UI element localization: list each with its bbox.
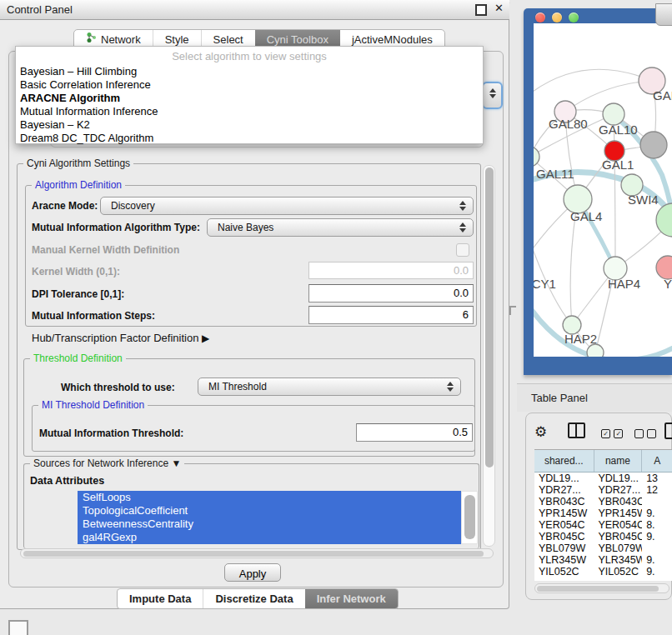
manual-kernel-label: Manual Kernel Width Definition	[32, 244, 179, 256]
node-table: shared...nameA YDL19...YDL19...13YDR27..…	[534, 449, 672, 581]
table-panel-title: Table Panel	[531, 392, 588, 404]
select-all-icon[interactable]: ✓ ✓	[601, 426, 623, 441]
algorithm-option-basic-correlation-inference[interactable]: Basic Correlation Inference	[16, 78, 483, 92]
table-row[interactable]: YER054CYER054C8.	[534, 519, 672, 531]
table-cell: YBL079W	[534, 542, 594, 554]
settings-hscrollbar-thumb[interactable]	[23, 551, 484, 557]
node-label-gal80: GAL80	[549, 117, 588, 131]
expand-right-icon[interactable]: ▶	[202, 332, 209, 344]
which-threshold-value: MI Threshold	[208, 381, 267, 392]
table-row[interactable]: YDL19...YDL19...13	[534, 472, 672, 484]
table-hscrollbar-thumb[interactable]	[537, 586, 659, 592]
collapse-down-icon[interactable]: ▼	[171, 458, 181, 469]
dropdown-items: Bayesian – Hill ClimbingBasic Correlatio…	[16, 65, 483, 145]
aracne-mode-label: Aracne Mode:	[32, 200, 98, 212]
node-label-swi4: SWI4	[628, 192, 659, 207]
network-node[interactable]	[587, 344, 604, 357]
minimized-panel-icon[interactable]	[8, 620, 28, 635]
attribute-gal4rgexp[interactable]: gal4RGexp	[78, 531, 461, 544]
file-icon[interactable]	[664, 422, 672, 439]
table-row[interactable]: YBL079WYBL079W	[534, 542, 672, 554]
table-row[interactable]: YBR045CYBR045C9.	[534, 531, 672, 542]
tab-infer-network[interactable]: Infer Network	[305, 589, 398, 608]
tab-label: Infer Network	[317, 589, 386, 608]
kernel-width-value: 0.0	[454, 264, 469, 277]
network-node[interactable]	[640, 132, 667, 158]
table-cell: YLR345W	[594, 554, 642, 566]
close-traffic-light[interactable]	[535, 12, 545, 22]
column-header-name[interactable]: name	[594, 450, 643, 472]
attributes-scrollbar[interactable]	[461, 491, 478, 544]
mi-steps-field[interactable]: 6	[308, 306, 474, 324]
manual-kernel-checkbox[interactable]	[456, 243, 469, 257]
attribute-selfloops[interactable]: SelfLoops	[78, 491, 461, 504]
table-cell: 9.	[642, 508, 672, 519]
float-window-icon[interactable]	[475, 4, 487, 16]
hub-definition-label: Hub/Transcription Factor Definition	[32, 332, 198, 344]
table-row[interactable]: YDR27...YDR27...12	[534, 484, 672, 496]
apply-button[interactable]: Apply	[224, 563, 281, 582]
screen: Control Panel ✕ NetworkStyleSelectCyni T…	[0, 0, 672, 635]
node-label-gal: GAL	[653, 88, 672, 102]
attributes-scrollbar-thumb[interactable]	[464, 495, 475, 539]
attribute-topologicalcoefficient[interactable]: TopologicalCoefficient	[78, 504, 461, 518]
table-row[interactable]: YBR043CYBR043C	[534, 496, 672, 508]
algorithm-option-bayesian-hill-climbing[interactable]: Bayesian – Hill Climbing	[16, 65, 483, 78]
node-label-gal11: GAL11	[536, 167, 574, 181]
column-header-a[interactable]: A	[642, 450, 672, 472]
table-cell: YBR045C	[534, 531, 594, 542]
close-icon[interactable]: ✕	[494, 2, 504, 14]
table-cell: 13	[642, 472, 672, 484]
attribute-betweennesscentrality[interactable]: BetweennessCentrality	[78, 518, 461, 531]
deselect-all-icon[interactable]	[634, 426, 656, 441]
mi-type-label: Mutual Information Algorithm Type:	[32, 222, 200, 233]
kernel-width-field[interactable]: 0.0	[308, 262, 474, 279]
which-threshold-combo[interactable]: MI Threshold	[198, 378, 461, 396]
aracne-mode-combo[interactable]: Discovery	[100, 197, 474, 215]
mi-threshold-label: Mutual Information Threshold:	[39, 428, 183, 439]
table-cell: YIL052C	[594, 566, 642, 578]
hub-definition-toggle[interactable]: Hub/Transcription Factor Definition ▶	[32, 332, 209, 344]
mi-threshold-field[interactable]: 0.5	[356, 423, 473, 442]
panel-splitter-handle[interactable]	[509, 306, 516, 315]
table-row[interactable]: YPR145WYPR145W9.	[534, 508, 672, 519]
minimize-traffic-light[interactable]	[552, 12, 562, 22]
network-node[interactable]	[656, 203, 672, 237]
network-node-gal11[interactable]	[534, 147, 539, 167]
network-canvas[interactable]: GALGAL80GAL10GAL1GAL11SWI4GAL4GCY1HAP4YH…	[534, 23, 672, 357]
table-body: YDL19...YDL19...13YDR27...YDR27...12YBR0…	[534, 472, 672, 578]
dpi-tolerance-field[interactable]: 0.0	[308, 284, 474, 302]
combo-arrows-icon	[459, 201, 467, 211]
settings-hscrollbar[interactable]	[20, 548, 494, 558]
network-edge	[534, 69, 652, 94]
node-label-hap4: HAP4	[608, 277, 640, 291]
split-columns-icon[interactable]	[568, 422, 585, 438]
algorithm-option-dream8-dc-tdc-algorithm[interactable]: Dream8 DC_TDC Algorithm	[16, 132, 483, 145]
table-cell: YBL079W	[594, 542, 642, 554]
mi-type-combo[interactable]: Naive Bayes	[207, 218, 474, 237]
settings-vscrollbar-thumb[interactable]	[485, 168, 494, 468]
gear-icon[interactable]: ⚙	[534, 423, 547, 441]
algorithm-option-aracne-algorithm[interactable]: ARACNE Algorithm	[16, 92, 483, 105]
zoom-traffic-light[interactable]	[569, 12, 579, 22]
settings-group-title: Cyni Algorithm Settings	[23, 158, 133, 169]
table-row[interactable]: YIL052CYIL052C9.	[534, 566, 672, 578]
network-node-y[interactable]	[656, 256, 672, 279]
settings-vscrollbar[interactable]	[483, 165, 495, 547]
aracne-mode-value: Discovery	[111, 200, 155, 212]
focused-combo-fragment[interactable]	[482, 82, 503, 109]
tab-label: Impute Data	[129, 589, 191, 608]
control-panel-titlebar: Control Panel ✕	[0, 0, 509, 20]
table-row[interactable]: YLR345WYLR345W9.	[534, 554, 672, 566]
algorithm-dropdown-popup: Select algorithm to view settings Bayesi…	[15, 46, 484, 144]
algorithm-definition-title: Algorithm Definition	[32, 179, 125, 191]
table-panel-window: ⚙ ✓ ✓ shared...nameA YDL19...YDL19...13Y…	[525, 412, 672, 600]
tab-discretize-data[interactable]: Discretize Data	[203, 589, 304, 608]
table-hscrollbar[interactable]	[534, 583, 669, 593]
tab-impute-data[interactable]: Impute Data	[118, 589, 203, 608]
algorithm-option-mutual-information-inference[interactable]: Mutual Information Inference	[16, 105, 483, 118]
window-title: Control Panel	[7, 3, 73, 16]
node-label-hap2: HAP2	[564, 332, 597, 346]
column-header-shared[interactable]: shared...	[534, 450, 594, 472]
algorithm-option-bayesian-k2[interactable]: Bayesian – K2	[16, 118, 483, 132]
